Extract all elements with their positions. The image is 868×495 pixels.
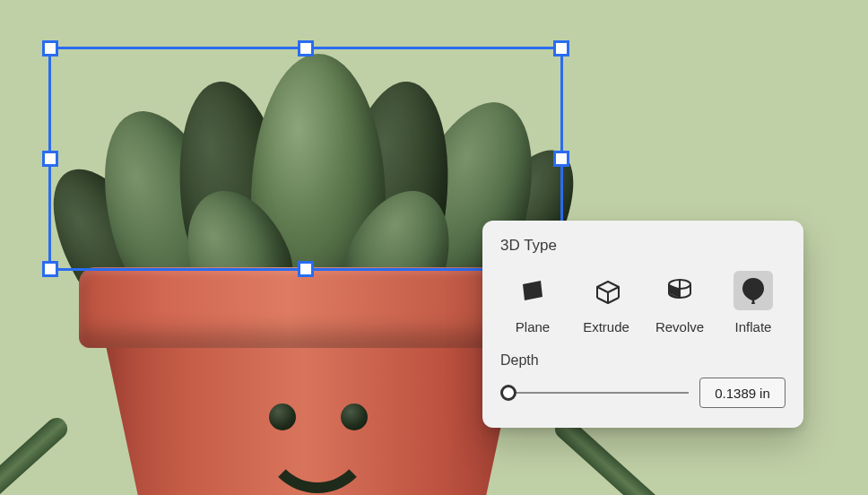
selection-handle-top-middle[interactable] bbox=[298, 40, 314, 56]
type-button-extrude[interactable]: Extrude bbox=[574, 267, 638, 336]
selection-handle-bottom-middle[interactable] bbox=[298, 261, 314, 277]
selection-handle-middle-left[interactable] bbox=[42, 151, 58, 167]
plant-arm-left bbox=[0, 413, 72, 495]
type-label: Revolve bbox=[655, 319, 704, 334]
type-label: Extrude bbox=[583, 319, 629, 334]
selection-handle-middle-right[interactable] bbox=[553, 151, 569, 167]
slider-track bbox=[509, 392, 689, 394]
panel-title: 3D Type bbox=[500, 237, 786, 255]
panel-3d-type: 3D Type Plane bbox=[482, 221, 803, 428]
type-label: Inflate bbox=[735, 319, 772, 334]
plant-face bbox=[188, 368, 421, 484]
type-button-revolve[interactable]: Revolve bbox=[647, 267, 712, 336]
depth-value: 0.1389 bbox=[715, 386, 756, 401]
depth-label: Depth bbox=[500, 352, 786, 369]
type-label: Plane bbox=[516, 319, 550, 334]
depth-slider[interactable] bbox=[500, 384, 689, 402]
depth-value-input[interactable]: 0.1389 in bbox=[699, 378, 786, 408]
type-row: Plane Extrude bbox=[500, 267, 786, 336]
plane-icon bbox=[513, 271, 552, 310]
selection-handle-top-right[interactable] bbox=[553, 40, 569, 56]
selection-handle-top-left[interactable] bbox=[42, 40, 58, 56]
type-button-plane[interactable]: Plane bbox=[500, 267, 565, 336]
canvas[interactable]: 3D Type Plane bbox=[0, 0, 868, 495]
inflate-icon bbox=[733, 271, 773, 310]
slider-thumb[interactable] bbox=[500, 385, 516, 401]
svg-marker-1 bbox=[597, 282, 619, 292]
type-button-inflate[interactable]: Inflate bbox=[721, 267, 786, 336]
svg-marker-0 bbox=[523, 281, 542, 300]
revolve-icon bbox=[660, 271, 699, 310]
selection-handle-bottom-left[interactable] bbox=[42, 261, 58, 277]
depth-row: 0.1389 in bbox=[500, 378, 786, 408]
depth-unit: in bbox=[760, 386, 770, 401]
extrude-icon bbox=[586, 271, 626, 310]
